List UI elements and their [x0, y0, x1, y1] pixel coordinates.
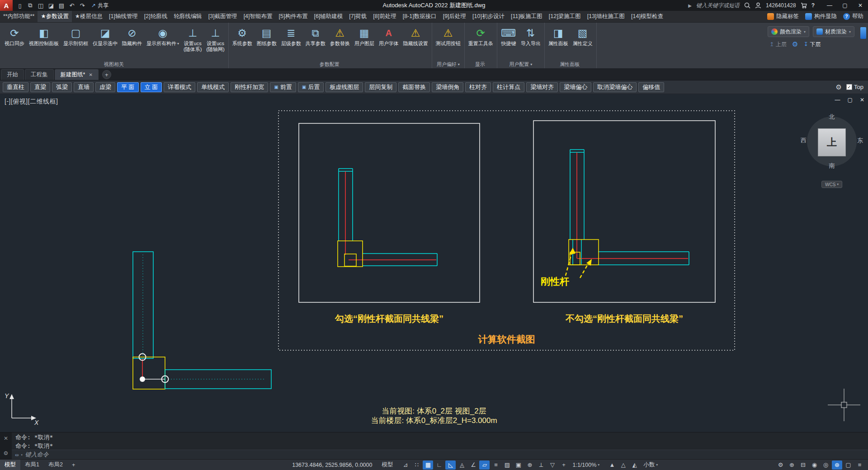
set-ucs-system-button[interactable]: ⊥ 设置ucs (随体系) — [181, 24, 204, 53]
viewcube[interactable]: 北 西 东 上 南 WCS ▾ — [804, 114, 859, 191]
view-control-panel-button[interactable]: ◧ 视图控制面板 — [27, 24, 61, 47]
ribbon-tab[interactable]: [14]模型检查 — [628, 11, 666, 22]
upper-layer-button[interactable]: ↥ 上层 — [769, 41, 787, 48]
show-selected-only-button[interactable]: ◪ 仅显示选中 — [90, 24, 120, 47]
new-tab-button[interactable]: + — [102, 70, 111, 79]
ribbon-tab[interactable]: [8]前处理 — [370, 11, 399, 22]
cart-icon[interactable] — [801, 2, 807, 9]
3d-osnap-icon[interactable]: ⊕ — [524, 461, 535, 470]
layout-tab[interactable]: 布局2 — [44, 460, 67, 470]
drawing-canvas[interactable]: Y X — [0, 80, 868, 432]
viewcube-north-label[interactable]: 北 — [804, 113, 859, 121]
ribbon-tab[interactable]: [11]板施工图 — [508, 11, 546, 22]
dynamic-ucs-icon[interactable]: ⟂ — [536, 461, 546, 470]
isodraft-icon[interactable]: ◬ — [457, 461, 467, 470]
system-params-button[interactable]: ⚙ 系统参数 — [230, 24, 255, 47]
quick-properties-icon[interactable]: ⊟ — [798, 461, 808, 470]
command-close-icon[interactable]: ✕ — [4, 435, 8, 442]
bring-front-button[interactable]: ▣ 前置 — [270, 82, 296, 92]
coordinates-display[interactable]: 13673.4846, 2525.9856, 0.0000 — [292, 462, 372, 468]
palette-toggle[interactable] — [858, 23, 868, 68]
user-id[interactable]: 1426401428 — [766, 2, 796, 9]
import-export-button[interactable]: ⇅ 导入导出 — [519, 24, 543, 47]
column-calc-point-button[interactable]: 柱计算点 — [493, 82, 524, 92]
sheet-params-button[interactable]: ▤ 图纸参数 — [255, 24, 279, 47]
object-snap-icon[interactable]: ▱ — [479, 461, 490, 470]
command-customize-icon[interactable]: ⚙ — [4, 450, 9, 456]
show-section-box-button[interactable]: ▢ 显示剖切框 — [61, 24, 90, 47]
beam-wall-align-button[interactable]: 梁墙对齐 — [526, 82, 558, 92]
minimize-button[interactable]: — — [822, 0, 837, 11]
properties-define-button[interactable]: ▧ 属性定义 — [571, 24, 595, 47]
inter-layer-copy-button[interactable]: 层间复制 — [365, 82, 396, 92]
save-as-icon[interactable]: ◪ — [47, 1, 56, 10]
autocad-logo-icon[interactable]: A — [0, 0, 13, 11]
ribbon-tab[interactable]: 轮廓线编辑 — [170, 11, 205, 22]
customization-menu-icon[interactable]: ≡ — [854, 461, 865, 470]
annotation-scale-button[interactable]: 1:1/100% ▾ — [569, 461, 603, 470]
section-replace-button[interactable]: 截面替换 — [398, 82, 430, 92]
ribbon-tab[interactable]: ★参数设置 — [38, 11, 71, 22]
isolate-objects-icon[interactable]: ◎ — [821, 461, 831, 470]
ribbon-tab[interactable]: [13]墙柱施工图 — [584, 11, 628, 22]
viewport-label[interactable]: [-][俯视][二维线框] — [5, 98, 58, 106]
lock-ui-icon[interactable]: ◉ — [809, 461, 820, 470]
test-button[interactable]: ⚠ 测试用按钮 — [434, 24, 463, 47]
transparency-icon[interactable]: ▨ — [502, 461, 512, 470]
user-layers-button[interactable]: ▦ 用户图层 — [352, 24, 377, 47]
model-space-button[interactable]: 模型 — [378, 461, 396, 470]
cancel-beam-wall-offset-button[interactable]: 取消梁墙偏心 — [593, 82, 637, 92]
layout-tab[interactable]: 布局1 — [20, 460, 44, 470]
straight-wall-button[interactable]: 直墙 — [74, 82, 94, 92]
autoscale-icon[interactable]: △ — [618, 461, 628, 470]
beam-wall-chamfer-button[interactable]: 梁墙倒角 — [432, 82, 463, 92]
hidden-line-settings-button[interactable]: ⚠ 隐藏线设置 — [401, 24, 430, 47]
arc-beam-button[interactable]: 弧梁 — [52, 82, 72, 92]
ribbon-tab[interactable]: [10]初步设计 — [469, 11, 508, 22]
lineweight-icon[interactable]: ≡ — [491, 461, 501, 470]
slab-dashed-layer-button[interactable]: 板虚线图层 — [326, 82, 363, 92]
gizmo-icon[interactable]: + — [558, 461, 569, 470]
viewcube-south-label[interactable]: 南 — [804, 162, 859, 170]
search-expand-icon[interactable]: ▶ — [688, 3, 692, 8]
infer-constraints-icon[interactable]: ⊿ — [400, 461, 410, 470]
ribbon-tab[interactable]: [3]截面管理 — [205, 11, 241, 22]
command-input[interactable]: ▭ ▾ 键入命令 — [12, 450, 868, 459]
close-tab-icon[interactable]: ✕ — [89, 72, 92, 77]
file-tab[interactable]: 新建图纸* ✕ — [55, 69, 99, 80]
param-replace-button[interactable]: ⚠ 参数替换 — [328, 24, 352, 47]
viewport-restore-icon[interactable]: ▢ — [848, 97, 853, 103]
file-tab[interactable]: 开始 — [1, 69, 24, 80]
rigid-bar-widen-button[interactable]: 刚性杆加宽 — [231, 82, 268, 92]
close-button[interactable]: ✕ — [853, 0, 868, 11]
annotation-visibility-icon[interactable]: ▲ — [607, 461, 617, 470]
level-params-button[interactable]: ≣ 层级参数 — [279, 24, 303, 47]
ribbon-tab[interactable]: [7]荷载 — [346, 11, 370, 22]
single-line-mode-button[interactable]: 单线模式 — [197, 82, 229, 92]
layout-tab[interactable]: + — [67, 460, 80, 470]
search-icon[interactable] — [744, 2, 750, 9]
plan-view-button[interactable]: 平 面 — [117, 82, 139, 92]
shortcuts-button[interactable]: ⌨ 快捷键 — [499, 24, 519, 47]
selection-filter-icon[interactable]: ▽ — [547, 461, 557, 470]
viewport-sync-button[interactable]: ⟳ 视口同步 — [2, 24, 27, 47]
undo-icon[interactable]: ↶ — [67, 1, 76, 10]
selection-cycling-icon[interactable]: ▣ — [513, 461, 524, 470]
top-checkbox[interactable]: ✓ Top — [846, 84, 863, 90]
ribbon-tab[interactable]: [4]智能布置 — [241, 11, 276, 22]
annotation-monitor-icon[interactable]: ⊕ — [787, 461, 797, 470]
properties-panel-button[interactable]: ◨ 属性面板 — [546, 24, 571, 47]
clean-screen-icon[interactable]: ▢ — [843, 461, 854, 470]
hide-tags-button[interactable]: 隐藏标签 — [767, 13, 799, 20]
viewport-close-icon[interactable]: ✕ — [860, 97, 864, 103]
detail-mode-button[interactable]: 详看模式 — [164, 82, 195, 92]
ribbon-tab[interactable]: **内部功能** — [0, 11, 38, 22]
ribbon-tab[interactable]: ★楼层信息 — [72, 11, 106, 22]
layout-tab[interactable]: 模型 — [0, 460, 20, 470]
ortho-icon[interactable]: ∟ — [434, 461, 444, 470]
workspace-gear-icon[interactable]: ⚙ — [775, 461, 786, 470]
send-back-button[interactable]: ▣ 后置 — [298, 82, 324, 92]
open-icon[interactable]: ⧉ — [26, 1, 35, 10]
show-all-components-button[interactable]: ◉ 显示所有构件▾ — [144, 24, 181, 47]
beam-wall-offset-button[interactable]: 梁墙偏心 — [560, 82, 591, 92]
